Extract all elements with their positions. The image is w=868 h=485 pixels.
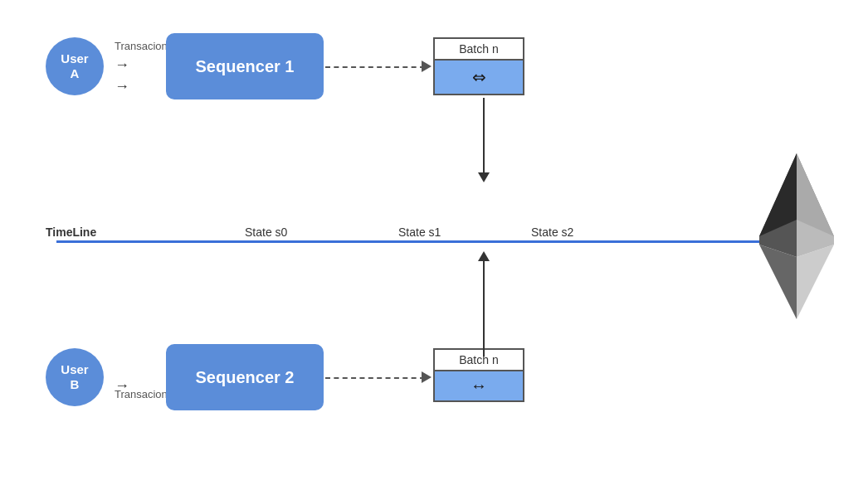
sequencer2-box: Sequencer 2 xyxy=(166,344,324,410)
vertical-arrow-down-top xyxy=(478,98,490,182)
dotted-arrow-head-top xyxy=(422,61,432,72)
vertical-arrow-up-bottom xyxy=(478,251,490,356)
tx-arrows-top: → → xyxy=(115,56,129,95)
transactions-label-top: Transacions xyxy=(115,40,173,52)
diagram-container: UserA Transacions → → Sequencer 1 Batch … xyxy=(0,0,868,485)
ethereum-diamond xyxy=(743,145,851,327)
timeline-label: TimeLine xyxy=(46,226,96,239)
dotted-arrow-head-bottom xyxy=(422,371,432,383)
svg-marker-4 xyxy=(759,245,797,319)
batch-top-arrows: ⇔ xyxy=(435,61,523,94)
user-a-circle: UserA xyxy=(46,37,104,95)
timeline-line xyxy=(56,240,778,243)
dotted-line-bottom xyxy=(325,377,425,379)
svg-marker-5 xyxy=(797,245,834,319)
sequencer1-box: Sequencer 1 xyxy=(166,33,324,99)
user-b-label: UserB xyxy=(61,362,88,392)
user-b-circle: UserB xyxy=(46,348,104,406)
state-s0-label: State s0 xyxy=(245,226,287,239)
user-a-label: UserA xyxy=(61,51,88,81)
dotted-line-top xyxy=(325,66,425,68)
tx-arrows-bottom: → xyxy=(115,377,129,395)
batch-top-label: Batch n xyxy=(435,39,523,61)
state-s1-label: State s1 xyxy=(398,226,441,239)
batch-top-box: Batch n ⇔ xyxy=(433,37,524,95)
state-s2-label: State s2 xyxy=(531,226,573,239)
batch-bottom-arrows: ↔ xyxy=(435,371,523,400)
